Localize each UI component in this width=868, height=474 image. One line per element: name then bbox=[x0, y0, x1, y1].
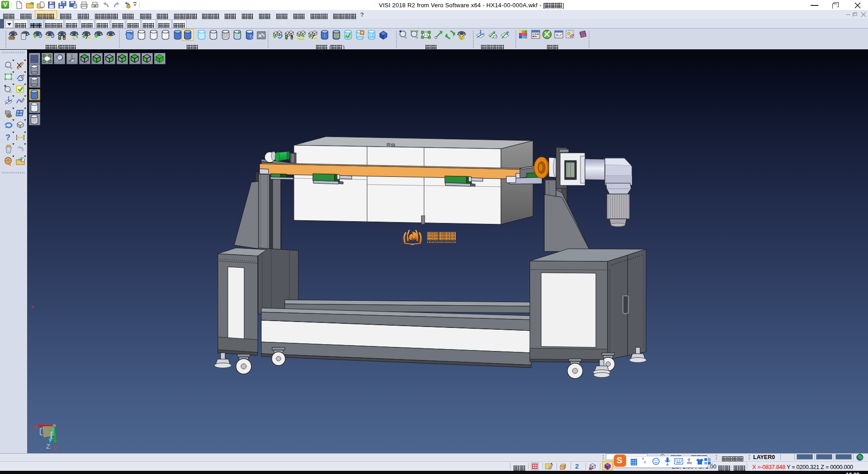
svg-text:Z: Z bbox=[46, 442, 50, 450]
svg-text:Y: Y bbox=[53, 445, 57, 452]
svg-text:7: 7 bbox=[690, 461, 693, 465]
svg-text:X: X bbox=[33, 423, 37, 431]
